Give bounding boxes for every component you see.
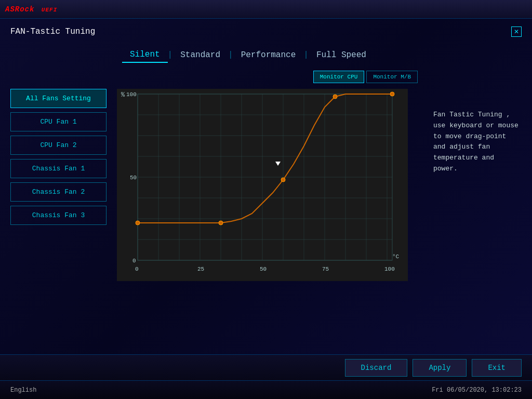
sidebar-item-cpu-fan-1[interactable]: CPU Fan 1 [10,112,107,131]
svg-text:100: 100 [126,91,137,98]
close-button[interactable]: ✕ [511,26,522,37]
svg-text:%: % [121,91,125,99]
description-panel: Fan Tastic Tuning , use keyboard or mous… [428,47,522,341]
sidebar-item-chassis-fan-2[interactable]: Chassis Fan 2 [10,182,107,202]
svg-text:0: 0 [132,258,136,264]
page-title: FAN-Tastic Tuning [10,27,95,36]
uefi-label: UEFI [42,7,57,13]
svg-text:100: 100 [384,266,395,272]
asrock-logo: ASRock UEFI [5,5,57,14]
tab-performance[interactable]: Performance [233,48,304,62]
monitor-buttons: Monitor CPU Monitor M/B [313,71,418,83]
svg-text:75: 75 [322,266,329,272]
svg-text:25: 25 [197,266,204,272]
sidebar-item-chassis-fan-1[interactable]: Chassis Fan 1 [10,159,107,178]
topbar: ASRock UEFI [0,0,532,19]
content-wrapper: All Fans Setting CPU Fan 1 CPU Fan 2 Cha… [10,47,522,341]
svg-text:50: 50 [130,175,137,181]
description-text: Fan Tastic Tuning , use keyboard or mous… [433,110,522,175]
tab-separator-1: | [168,50,173,60]
datetime-display: Fri 06/05/2020, 13:02:23 [432,387,522,394]
svg-text:50: 50 [260,266,267,272]
monitor-cpu-button[interactable]: Monitor CPU [313,71,365,83]
discard-button[interactable]: Discard [345,359,408,377]
action-bar: Discard Apply Exit [0,354,532,380]
svg-point-38 [390,92,394,96]
svg-point-34 [136,221,140,225]
chart-container: Monitor CPU Monitor M/B % [117,71,418,341]
tabs: Silent | Standard | Performance | Full S… [117,47,418,63]
svg-point-36 [281,178,285,182]
chart-section: Silent | Standard | Performance | Full S… [117,47,418,341]
svg-point-37 [333,95,337,99]
tab-separator-3: | [303,50,309,60]
brand-name: Rock [15,5,35,14]
sidebar-item-cpu-fan-2[interactable]: CPU Fan 2 [10,136,107,155]
sidebar-item-all-fans[interactable]: All Fans Setting [10,89,107,108]
apply-button[interactable]: Apply [413,359,467,377]
svg-text:0: 0 [135,266,139,272]
monitor-mb-button[interactable]: Monitor M/B [366,71,418,83]
status-bar: English Fri 06/05/2020, 13:02:23 [0,380,532,399]
tab-separator-2: | [228,50,233,60]
exit-button[interactable]: Exit [472,359,522,377]
tab-standard[interactable]: Standard [172,48,228,62]
language-selector[interactable]: English [10,387,36,394]
tab-full-speed[interactable]: Full Speed [309,48,374,62]
window-titlebar: FAN-Tastic Tuning ✕ [10,26,522,37]
main-area: FAN-Tastic Tuning ✕ All Fans Setting CPU… [0,19,532,354]
brand-highlight: AS [5,5,15,14]
svg-text:°C: °C [392,254,400,260]
sidebar-item-chassis-fan-3[interactable]: Chassis Fan 3 [10,206,107,225]
sidebar: All Fans Setting CPU Fan 1 CPU Fan 2 Cha… [10,47,107,341]
fan-chart[interactable]: % [117,89,408,281]
tab-silent[interactable]: Silent [122,47,168,63]
svg-point-35 [219,221,223,225]
